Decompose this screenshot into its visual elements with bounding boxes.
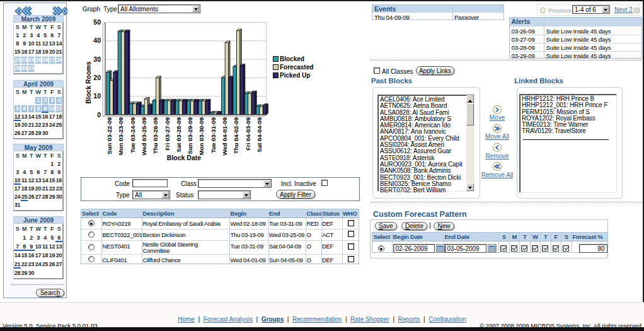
svg-text:Wed 04-01-09: Wed 04-01-09 bbox=[221, 117, 228, 156]
svg-text:10: 10 bbox=[93, 92, 101, 100]
svg-text:Fri 03-27-09: Fri 03-27-09 bbox=[164, 117, 171, 151]
svg-text:Wed 03-25-09: Wed 03-25-09 bbox=[141, 117, 147, 156]
svg-text:40: 40 bbox=[93, 37, 101, 44]
svg-text:Block Date: Block Date bbox=[167, 154, 201, 161]
svg-text:Block Rooms: Block Rooms bbox=[84, 61, 92, 103]
svg-text:Mon 03-23-09: Mon 03-23-09 bbox=[117, 117, 124, 155]
svg-text:50: 50 bbox=[93, 18, 101, 26]
svg-text:Mon 03-30-09: Mon 03-30-09 bbox=[198, 117, 205, 155]
svg-text:30: 30 bbox=[93, 55, 101, 63]
svg-text:Thu 03-26-09: Thu 03-26-09 bbox=[152, 117, 159, 154]
svg-text:Sun 03-22-09: Sun 03-22-09 bbox=[106, 117, 113, 154]
svg-text:0: 0 bbox=[97, 111, 101, 119]
svg-text:Thu 04-02-09: Thu 04-02-09 bbox=[233, 117, 239, 154]
svg-text:Sun 03-29-09: Sun 03-29-09 bbox=[187, 117, 193, 154]
svg-text:Sat 03-28-09: Sat 03-28-09 bbox=[175, 117, 182, 152]
svg-text:Tue 03-24-09: Tue 03-24-09 bbox=[129, 117, 136, 153]
svg-text:20: 20 bbox=[93, 74, 101, 81]
svg-text:Fri 04-03-09: Fri 04-03-09 bbox=[244, 117, 251, 151]
svg-text:Tue 03-31-09: Tue 03-31-09 bbox=[210, 117, 217, 153]
svg-text:Sat 04-04-09: Sat 04-04-09 bbox=[256, 117, 263, 152]
